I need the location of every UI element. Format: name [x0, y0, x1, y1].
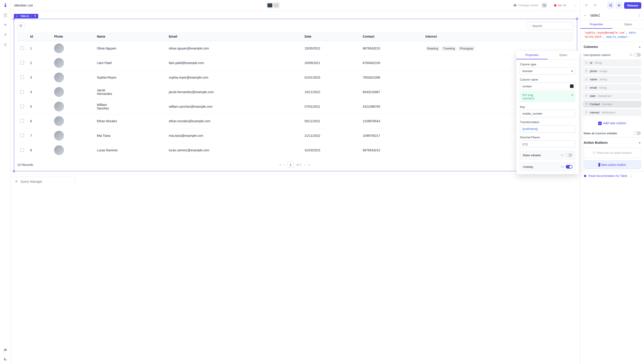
resize-handle[interactable]: [576, 18, 578, 20]
row-checkbox[interactable]: [20, 134, 24, 137]
popover-tab-properties[interactable]: Properties: [516, 51, 548, 59]
back-icon[interactable]: ←: [584, 14, 587, 17]
user-avatar[interactable]: TD: [541, 3, 547, 8]
column-item-interest[interactable]: ⠿ interest Multiselect: [583, 109, 641, 116]
column-name-input[interactable]: [520, 83, 575, 90]
make-all-editable-toggle[interactable]: [634, 131, 641, 135]
redo-icon[interactable]: ↷: [592, 2, 598, 9]
fx-icon[interactable]: fx: [560, 153, 564, 157]
code-badge-icon[interactable]: [570, 84, 574, 88]
row-checkbox[interactable]: [20, 148, 24, 152]
row-checkbox[interactable]: [20, 119, 24, 123]
widget-label[interactable]: TABLE1 |: [14, 14, 38, 18]
filter-button[interactable]: [17, 22, 24, 30]
cell-date: 01/01/2023: [302, 70, 360, 85]
svg-point-6: [611, 6, 612, 7]
key-input[interactable]: [520, 110, 575, 117]
decimal-input[interactable]: [520, 140, 575, 148]
column-item-contact[interactable]: ⠿ Contact Number: [583, 101, 641, 108]
table-row[interactable]: 4 JacobHernandez jacob.hernandez@example…: [17, 85, 574, 99]
row-checkbox[interactable]: [20, 90, 24, 94]
page-last-icon[interactable]: »: [308, 163, 310, 166]
release-button[interactable]: Release: [624, 2, 641, 9]
table-widget[interactable]: IdPhotoNameEmailDateContactInterest 1 Ol…: [14, 19, 577, 171]
viewport-toggle[interactable]: [266, 2, 280, 9]
mobile-icon[interactable]: [274, 3, 278, 8]
dynamic-column-label: Use dynamic column: [584, 53, 611, 57]
drag-handle-icon[interactable]: ⠿: [586, 61, 588, 65]
table-row[interactable]: 3 Sophia Reyes sophia.reyes@example.com …: [17, 70, 574, 85]
cell-date: 21/11/2022: [302, 128, 360, 143]
resize-handle[interactable]: [13, 170, 15, 172]
share-icon[interactable]: [607, 2, 614, 9]
table-header[interactable]: Photo: [51, 32, 94, 41]
column-item-name[interactable]: ⠿ name String: [583, 76, 641, 83]
table-header[interactable]: Email: [166, 32, 302, 41]
fx-icon[interactable]: fx: [629, 53, 632, 56]
copy-icon[interactable]: ⧉: [571, 93, 573, 97]
preview-icon[interactable]: [616, 2, 622, 9]
columns-section-header[interactable]: Columns ▲: [580, 42, 644, 52]
desktop-icon[interactable]: [268, 3, 272, 8]
moon-icon[interactable]: [3, 357, 8, 361]
trash-icon[interactable]: [34, 15, 36, 18]
chat-icon[interactable]: [3, 348, 8, 352]
page-icon[interactable]: [3, 13, 8, 18]
pagination[interactable]: « ‹ 1 of 1 › »: [279, 162, 310, 168]
table-header[interactable]: Name: [94, 32, 166, 41]
sparkle-icon[interactable]: [3, 33, 8, 37]
resize-handle[interactable]: [13, 18, 15, 20]
page-number[interactable]: 1: [288, 162, 294, 168]
row-checkbox[interactable]: [20, 46, 24, 50]
row-checkbox[interactable]: [20, 61, 24, 65]
add-column-button[interactable]: +Add new column: [583, 119, 641, 127]
drag-handle-icon[interactable]: ⠿: [586, 69, 588, 73]
drag-handle-icon[interactable]: ⠿: [586, 78, 588, 81]
column-item-date[interactable]: ⠿ date Datepicker: [583, 92, 641, 99]
table-header[interactable]: Id: [27, 32, 51, 41]
docs-link[interactable]: Read documentation for Table →: [580, 171, 644, 180]
dynamic-column-toggle[interactable]: [634, 53, 641, 57]
drag-handle-icon[interactable]: ⠿: [586, 111, 588, 114]
new-action-button[interactable]: + New action button: [584, 160, 641, 169]
drag-handle-icon[interactable]: ⠿: [586, 86, 588, 89]
row-checkbox[interactable]: [20, 75, 24, 79]
drag-handle-icon[interactable]: ⠿: [586, 103, 588, 106]
page-first-icon[interactable]: «: [279, 163, 281, 166]
page-prev-icon[interactable]: ‹: [284, 163, 285, 166]
table-row[interactable]: 1 Olivia Nguyen olivia.nguyen@example.co…: [17, 41, 574, 56]
cell-contact: 2109876543: [360, 114, 422, 128]
version-selector[interactable]: ver v1 ⌄: [554, 4, 577, 7]
table-row[interactable]: 7 Mia Tiana mia.tiana@example.com 21/11/…: [17, 128, 574, 143]
tab-properties[interactable]: Properties: [580, 20, 612, 29]
table-row[interactable]: 8 Lucas Ramirez lucas.ramirez@example.co…: [17, 143, 574, 158]
table-header[interactable]: Date: [302, 32, 360, 41]
make-editable-toggle[interactable]: [566, 153, 572, 157]
column-item-photo[interactable]: ⠿ photo Image: [583, 68, 641, 75]
query-manager-button[interactable]: Query Manager: [11, 177, 76, 186]
drag-handle-icon[interactable]: ⠿: [586, 94, 588, 98]
table-header[interactable]: Contact: [360, 32, 422, 41]
cursor-icon[interactable]: [3, 23, 8, 27]
svg-line-7: [610, 5, 611, 5]
transformation-input[interactable]: [520, 125, 575, 132]
undo-icon[interactable]: ↶: [583, 2, 590, 9]
table-row[interactable]: 5 WilliamSanchez william.sanchez@example…: [17, 99, 574, 114]
gear-icon[interactable]: [3, 43, 8, 47]
column-type-select[interactable]: Number ▾: [520, 67, 575, 75]
popover-tab-styles[interactable]: Styles: [548, 51, 579, 59]
visibility-toggle[interactable]: [566, 165, 572, 168]
table-row[interactable]: 2 Liam Patel liam.patel@example.com 20/0…: [17, 56, 574, 70]
column-item-email[interactable]: ⠿ email String: [583, 84, 641, 91]
fx-icon[interactable]: fx: [560, 165, 564, 168]
more-icon[interactable]: ⋮: [638, 14, 641, 17]
svg-line-8: [610, 6, 611, 6]
table-row[interactable]: 6 Ethan Morales ethan.morales@example.co…: [17, 114, 574, 128]
action-section-header[interactable]: Action Buttons ▲: [580, 137, 644, 147]
search-input[interactable]: [527, 22, 574, 30]
tab-styles[interactable]: Styles: [612, 20, 644, 29]
page-next-icon[interactable]: ›: [304, 163, 306, 166]
table-header[interactable]: Interest: [422, 32, 574, 41]
row-checkbox[interactable]: [20, 105, 24, 108]
column-item-id[interactable]: ⠿ id String: [583, 59, 641, 66]
